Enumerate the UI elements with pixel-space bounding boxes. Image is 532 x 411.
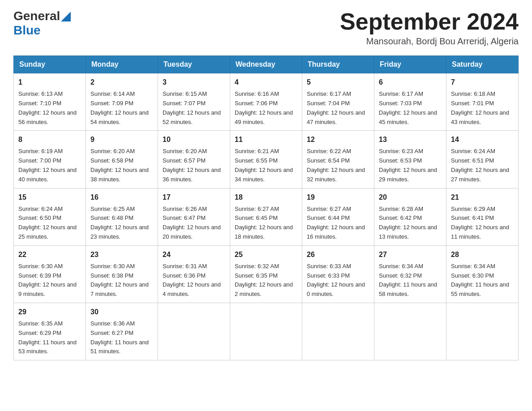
title-section: September 2024 Mansourah, Bordj Bou Arre… [340, 9, 519, 47]
day-number: 26 [307, 249, 369, 260]
day-cell: 26Sunrise: 6:33 AMSunset: 6:33 PMDayligh… [302, 245, 374, 303]
day-cell: 23Sunrise: 6:30 AMSunset: 6:38 PMDayligh… [86, 245, 158, 303]
day-number: 29 [18, 307, 81, 317]
day-number: 1 [18, 77, 81, 88]
day-number: 20 [379, 192, 442, 203]
day-info: Sunrise: 6:16 AMSunset: 7:06 PMDaylight:… [235, 90, 297, 127]
day-info: Sunrise: 6:14 AMSunset: 7:09 PMDaylight:… [90, 90, 153, 127]
day-number: 30 [90, 307, 153, 317]
day-cell: 16Sunrise: 6:25 AMSunset: 6:48 PMDayligh… [86, 188, 158, 245]
day-info: Sunrise: 6:21 AMSunset: 6:55 PMDaylight:… [235, 147, 297, 184]
week-row-3: 15Sunrise: 6:24 AMSunset: 6:50 PMDayligh… [14, 188, 519, 245]
day-cell: 20Sunrise: 6:28 AMSunset: 6:42 PMDayligh… [374, 188, 446, 245]
day-cell: 4Sunrise: 6:16 AMSunset: 7:06 PMDaylight… [230, 73, 302, 131]
day-cell: 28Sunrise: 6:34 AMSunset: 6:30 PMDayligh… [446, 245, 519, 303]
day-cell: 27Sunrise: 6:34 AMSunset: 6:32 PMDayligh… [374, 245, 446, 303]
day-info: Sunrise: 6:20 AMSunset: 6:58 PMDaylight:… [90, 147, 153, 184]
day-number: 27 [379, 249, 442, 260]
day-number: 28 [451, 249, 514, 260]
day-cell: 1Sunrise: 6:13 AMSunset: 7:10 PMDaylight… [14, 73, 86, 131]
day-info: Sunrise: 6:17 AMSunset: 7:03 PMDaylight:… [379, 90, 442, 127]
day-cell: 10Sunrise: 6:20 AMSunset: 6:57 PMDayligh… [158, 131, 230, 188]
day-cell: 15Sunrise: 6:24 AMSunset: 6:50 PMDayligh… [14, 188, 86, 245]
day-cell: 11Sunrise: 6:21 AMSunset: 6:55 PMDayligh… [230, 131, 302, 188]
day-info: Sunrise: 6:36 AMSunset: 6:27 PMDaylight:… [90, 319, 153, 356]
day-cell [158, 303, 230, 360]
day-info: Sunrise: 6:25 AMSunset: 6:48 PMDaylight:… [90, 205, 153, 242]
day-cell: 30Sunrise: 6:36 AMSunset: 6:27 PMDayligh… [86, 303, 158, 360]
logo-blue-text: Blue [13, 23, 41, 37]
day-number: 18 [235, 192, 297, 203]
day-info: Sunrise: 6:17 AMSunset: 7:04 PMDaylight:… [307, 90, 369, 127]
day-number: 17 [163, 192, 225, 203]
week-row-4: 22Sunrise: 6:30 AMSunset: 6:39 PMDayligh… [14, 245, 519, 303]
day-info: Sunrise: 6:27 AMSunset: 6:45 PMDaylight:… [235, 205, 297, 242]
day-number: 6 [379, 77, 442, 88]
day-info: Sunrise: 6:19 AMSunset: 7:00 PMDaylight:… [18, 147, 81, 184]
day-cell: 13Sunrise: 6:23 AMSunset: 6:53 PMDayligh… [374, 131, 446, 188]
logo-general-text: General [13, 9, 60, 23]
day-cell: 18Sunrise: 6:27 AMSunset: 6:45 PMDayligh… [230, 188, 302, 245]
day-info: Sunrise: 6:31 AMSunset: 6:36 PMDaylight:… [163, 262, 225, 299]
day-number: 24 [163, 249, 225, 260]
day-cell: 14Sunrise: 6:24 AMSunset: 6:51 PMDayligh… [446, 131, 519, 188]
day-cell: 19Sunrise: 6:27 AMSunset: 6:44 PMDayligh… [302, 188, 374, 245]
day-number: 13 [379, 134, 442, 145]
day-cell: 17Sunrise: 6:26 AMSunset: 6:47 PMDayligh… [158, 188, 230, 245]
day-cell: 6Sunrise: 6:17 AMSunset: 7:03 PMDaylight… [374, 73, 446, 131]
day-cell: 22Sunrise: 6:30 AMSunset: 6:39 PMDayligh… [14, 245, 86, 303]
day-number: 16 [90, 192, 153, 203]
day-cell: 12Sunrise: 6:22 AMSunset: 6:54 PMDayligh… [302, 131, 374, 188]
page-header: General Blue September 2024 Mansourah, B… [13, 9, 519, 47]
logo: General Blue [13, 9, 71, 38]
day-info: Sunrise: 6:15 AMSunset: 7:07 PMDaylight:… [163, 90, 225, 127]
day-info: Sunrise: 6:28 AMSunset: 6:42 PMDaylight:… [379, 205, 442, 242]
day-info: Sunrise: 6:34 AMSunset: 6:30 PMDaylight:… [451, 262, 514, 299]
day-number: 9 [90, 134, 153, 145]
day-number: 2 [90, 77, 153, 88]
day-number: 4 [235, 77, 297, 88]
weekday-header-row: SundayMondayTuesdayWednesdayThursdayFrid… [14, 56, 519, 73]
week-row-1: 1Sunrise: 6:13 AMSunset: 7:10 PMDaylight… [14, 73, 519, 131]
day-number: 25 [235, 249, 297, 260]
day-info: Sunrise: 6:23 AMSunset: 6:53 PMDaylight:… [379, 147, 442, 184]
day-cell: 3Sunrise: 6:15 AMSunset: 7:07 PMDaylight… [158, 73, 230, 131]
day-cell: 9Sunrise: 6:20 AMSunset: 6:58 PMDaylight… [86, 131, 158, 188]
day-number: 11 [235, 134, 297, 145]
day-cell: 5Sunrise: 6:17 AMSunset: 7:04 PMDaylight… [302, 73, 374, 131]
day-number: 21 [451, 192, 514, 203]
day-cell [446, 303, 519, 360]
day-number: 7 [451, 77, 514, 88]
day-cell: 24Sunrise: 6:31 AMSunset: 6:36 PMDayligh… [158, 245, 230, 303]
day-number: 3 [163, 77, 225, 88]
day-number: 22 [18, 249, 81, 260]
week-row-5: 29Sunrise: 6:35 AMSunset: 6:29 PMDayligh… [14, 303, 519, 360]
header-sunday: Sunday [14, 56, 86, 73]
day-number: 14 [451, 134, 514, 145]
day-cell: 2Sunrise: 6:14 AMSunset: 7:09 PMDaylight… [86, 73, 158, 131]
day-info: Sunrise: 6:24 AMSunset: 6:51 PMDaylight:… [451, 147, 514, 184]
day-number: 10 [163, 134, 225, 145]
day-info: Sunrise: 6:20 AMSunset: 6:57 PMDaylight:… [163, 147, 225, 184]
day-info: Sunrise: 6:30 AMSunset: 6:39 PMDaylight:… [18, 262, 81, 299]
day-number: 15 [18, 192, 81, 203]
day-info: Sunrise: 6:18 AMSunset: 7:01 PMDaylight:… [451, 90, 514, 127]
day-info: Sunrise: 6:13 AMSunset: 7:10 PMDaylight:… [18, 90, 81, 127]
day-info: Sunrise: 6:27 AMSunset: 6:44 PMDaylight:… [307, 205, 369, 242]
day-cell: 29Sunrise: 6:35 AMSunset: 6:29 PMDayligh… [14, 303, 86, 360]
header-tuesday: Tuesday [158, 56, 230, 73]
day-cell [374, 303, 446, 360]
day-number: 23 [90, 249, 153, 260]
day-info: Sunrise: 6:26 AMSunset: 6:47 PMDaylight:… [163, 205, 225, 242]
day-number: 19 [307, 192, 369, 203]
day-cell: 25Sunrise: 6:32 AMSunset: 6:35 PMDayligh… [230, 245, 302, 303]
header-wednesday: Wednesday [230, 56, 302, 73]
day-number: 12 [307, 134, 369, 145]
header-friday: Friday [374, 56, 446, 73]
day-cell [230, 303, 302, 360]
header-monday: Monday [86, 56, 158, 73]
week-row-2: 8Sunrise: 6:19 AMSunset: 7:00 PMDaylight… [14, 131, 519, 188]
day-info: Sunrise: 6:32 AMSunset: 6:35 PMDaylight:… [235, 262, 297, 299]
calendar-table: SundayMondayTuesdayWednesdayThursdayFrid… [13, 56, 519, 360]
day-cell [302, 303, 374, 360]
